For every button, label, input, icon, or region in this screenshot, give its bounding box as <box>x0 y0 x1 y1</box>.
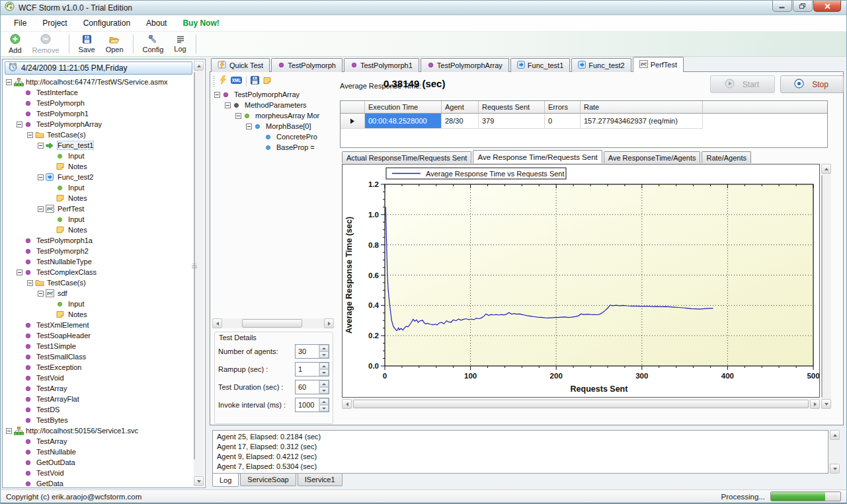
tree-item-testpolymorph[interactable]: TestPolymorph <box>5 98 192 108</box>
tree-item-http-localhost-50156-service1-svc[interactable]: http://localhost:50156/Service1.svc <box>5 425 192 436</box>
tree-item-input[interactable]: Input <box>5 151 192 161</box>
menu-configuration[interactable]: Configuration <box>75 16 138 30</box>
expander-icon[interactable] <box>246 124 252 129</box>
chart-hscrollbar[interactable] <box>342 399 820 409</box>
expander-icon[interactable] <box>6 79 12 85</box>
expander-icon[interactable] <box>27 132 33 138</box>
subtab-actual-responsetime-requests-sent[interactable]: Actual ResponseTime/Requests Sent <box>342 151 471 163</box>
tab-testpolymorph1[interactable]: TestPolymorph1 <box>344 58 419 72</box>
parameter-tree-hscrollbar[interactable] <box>212 318 334 328</box>
expander-icon[interactable] <box>38 206 44 212</box>
tab-testpolymorph[interactable]: TestPolymorph <box>271 58 343 72</box>
spin-down-arrow[interactable] <box>319 369 329 376</box>
tree-item-baseprop[interactable]: BaseProp = <box>213 142 335 153</box>
tree-item-testpolymorph2[interactable]: TestPolymorph2 <box>5 246 192 256</box>
spin-up-arrow[interactable] <box>319 398 329 405</box>
minimize-button[interactable] <box>772 1 792 12</box>
expander-icon[interactable] <box>17 270 22 275</box>
scroll-thumb[interactable] <box>242 319 302 328</box>
tab-func-test1[interactable]: Func_test1 <box>510 58 570 72</box>
menu-project[interactable]: Project <box>34 16 75 30</box>
tree-item-testinterface[interactable]: TestInterface <box>5 87 192 98</box>
scroll-down-arrow[interactable] <box>830 464 840 474</box>
scroll-up-arrow[interactable] <box>194 61 204 71</box>
subtab-ave-responsetime-agents[interactable]: Ave ResponseTime/Agents <box>604 151 701 163</box>
menu-about[interactable]: About <box>138 16 175 30</box>
scroll-thumb[interactable] <box>194 72 195 460</box>
restore-button[interactable] <box>793 1 813 12</box>
log-tab-log[interactable]: Log <box>212 474 239 487</box>
chart-vscrollbar[interactable] <box>821 164 831 409</box>
scroll-down-arrow[interactable] <box>194 476 204 486</box>
tree-item-testpolymorph1a[interactable]: TestPolymorph1a <box>5 235 192 246</box>
grid-data-row[interactable]: 00:00:48.252800028/303790157.27794346293… <box>341 114 827 129</box>
spin-up-arrow[interactable] <box>319 345 329 351</box>
tree-item-testarray[interactable]: TestArray <box>5 383 192 394</box>
scroll-down-arrow[interactable] <box>821 399 831 409</box>
lightning-icon[interactable] <box>219 75 227 87</box>
tree-item-testarrayflat[interactable]: TestArrayFlat <box>5 394 192 404</box>
tree-item-morphbase-0[interactable]: MorphBase[0] <box>213 121 335 131</box>
tree-item-testbytes[interactable]: TestBytes <box>5 415 192 425</box>
scroll-left-arrow[interactable] <box>342 399 352 409</box>
tree-item-testcase-s[interactable]: TestCase(s) <box>5 277 192 288</box>
spin-down-arrow[interactable] <box>319 387 329 394</box>
scroll-thumb[interactable] <box>353 400 809 408</box>
spin-down-arrow[interactable] <box>319 351 329 358</box>
expander-icon[interactable] <box>235 113 241 119</box>
subtab-rate-agents[interactable]: Rate/Agents <box>702 151 751 163</box>
menu-buy-now[interactable]: Buy Now! <box>175 16 227 30</box>
expander-icon[interactable] <box>6 428 12 434</box>
number-of-agents-input[interactable]: 30 <box>295 344 329 359</box>
tree-item-test1simple[interactable]: Test1Simple <box>5 341 192 351</box>
column-header-requests-sent[interactable]: Requests Sent <box>479 101 545 114</box>
stop-button[interactable]: Stop <box>780 75 844 93</box>
grid-selector-header[interactable] <box>341 101 365 114</box>
tree-item-testexception[interactable]: TestException <box>5 362 192 373</box>
tree-item-notes[interactable]: Notes <box>5 161 192 172</box>
tree-scrollbar[interactable] <box>194 61 204 486</box>
tree-item-input[interactable]: Input <box>5 214 192 225</box>
tree-item-testsoapheader[interactable]: TestSoapHeader <box>5 330 192 341</box>
grid-cell-requests-sent[interactable]: 379 <box>479 114 545 129</box>
save-icon[interactable] <box>251 75 259 87</box>
expander-icon[interactable] <box>17 122 22 127</box>
xml-icon[interactable]: XML <box>231 75 242 87</box>
start-button[interactable]: Start <box>710 75 775 93</box>
expander-icon[interactable] <box>38 143 44 149</box>
column-header-rate[interactable]: Rate <box>581 101 703 114</box>
tree-item-sdf[interactable]: sdf <box>5 288 192 299</box>
tree-item-func-test1[interactable]: Func_test1 <box>5 140 192 151</box>
log-tab-servicesoap[interactable]: ServiceSoap <box>240 474 296 486</box>
tree-item-getoutdata[interactable]: GetOutData <box>5 457 192 468</box>
tree-item-morpheusarray-mor[interactable]: morpheusArray Mor <box>213 110 335 121</box>
tree-item-getdata[interactable]: GetData <box>5 478 192 486</box>
open-button[interactable]: Open <box>101 32 129 56</box>
log-tab-iservice1[interactable]: IService1 <box>298 474 343 486</box>
tree-item-testpolymorph1[interactable]: TestPolymorph1 <box>5 108 192 119</box>
tree-item-testarray[interactable]: TestArray <box>5 436 192 447</box>
scroll-up-arrow[interactable] <box>830 430 840 440</box>
tab-quick-test[interactable]: Quick Test <box>211 58 270 72</box>
column-header-errors[interactable]: Errors <box>545 101 581 114</box>
expander-icon[interactable] <box>27 280 33 286</box>
tree-item-perftest[interactable]: PerfTest <box>5 203 192 214</box>
spin-up-arrow[interactable] <box>319 363 329 369</box>
tree-item-testnullabletype[interactable]: TestNullableType <box>5 256 192 267</box>
scroll-right-arrow[interactable] <box>810 399 820 409</box>
remove-button[interactable]: Remove <box>27 32 65 56</box>
spin-up-arrow[interactable] <box>319 380 329 387</box>
tree-item-testsmallclass[interactable]: TestSmallClass <box>5 351 192 362</box>
tree-item-testnullable[interactable]: TestNullable <box>5 447 192 457</box>
tree-item-testvoid[interactable]: TestVoid <box>5 373 192 383</box>
tree-item-testcomplexclass[interactable]: TestComplexClass <box>5 267 192 277</box>
tree-item-testpolymorpharray[interactable]: TestPolymorphArray <box>213 89 335 100</box>
scroll-right-arrow[interactable] <box>324 318 334 328</box>
expander-icon[interactable] <box>225 102 231 108</box>
menu-file[interactable]: File <box>6 16 34 30</box>
tree-item-notes[interactable]: Notes <box>5 309 192 320</box>
tree-item-input[interactable]: Input <box>5 182 192 193</box>
close-button[interactable] <box>813 1 841 12</box>
row-selector[interactable] <box>341 114 365 129</box>
tree-item-testpolymorpharray[interactable]: TestPolymorphArray <box>5 119 192 129</box>
